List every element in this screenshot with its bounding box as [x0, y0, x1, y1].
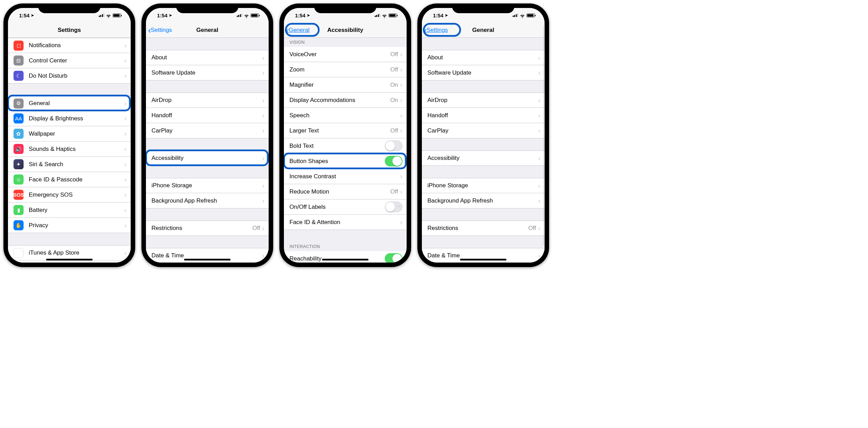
cell-background-app-refresh[interactable]: Background App Refresh› [422, 193, 545, 208]
back-button[interactable]: ‹Settings [146, 26, 172, 35]
cell-reduce-motion[interactable]: Reduce MotionOff› [284, 184, 407, 199]
home-indicator[interactable] [322, 259, 368, 260]
cell-handoff[interactable]: Handoff› [146, 108, 269, 123]
cell-carplay[interactable]: CarPlay› [146, 123, 269, 138]
status-time: 1:54 [433, 12, 443, 18]
cell-label: Zoom [289, 66, 390, 73]
back-button[interactable]: ‹Settings [422, 26, 448, 35]
content-area[interactable]: Vision VoiceOverOff› ZoomOff› MagnifierO… [284, 38, 407, 263]
cell-handoff[interactable]: Handoff› [422, 108, 545, 123]
cell-notifications[interactable]: ◻Notifications› [8, 38, 131, 53]
cell-software-update[interactable]: Software Update› [146, 65, 269, 80]
cell-on-off-labels[interactable]: On/Off Labels [284, 199, 407, 215]
cell-background-app-refresh[interactable]: Background App Refresh› [146, 193, 269, 208]
cell-siri-search[interactable]: ✦Siri & Search› [8, 157, 131, 172]
cell-label: About [427, 54, 538, 61]
cell-accessibility[interactable]: Accessibility› [422, 151, 545, 166]
cell-bold-text[interactable]: Bold Text [284, 138, 407, 154]
section-header: Interaction [284, 242, 407, 251]
home-indicator[interactable] [184, 259, 231, 260]
toggle-switch[interactable] [385, 156, 402, 166]
cell-zoom[interactable]: ZoomOff› [284, 62, 407, 77]
notch [176, 3, 238, 13]
chevron-icon: › [124, 100, 127, 108]
toggle-switch[interactable] [385, 202, 402, 212]
cell-magnifier[interactable]: MagnifierOn› [284, 77, 407, 93]
cell-restrictions[interactable]: RestrictionsOff› [422, 221, 545, 236]
back-button[interactable]: ‹General [284, 26, 310, 35]
cell-label: Larger Text [289, 127, 390, 134]
cell-detail: Off [252, 225, 260, 232]
cell-label: Handoff [151, 112, 262, 119]
cell-label: AirDrop [151, 97, 262, 104]
cell-iphone-storage[interactable]: iPhone Storage› [146, 178, 269, 193]
chevron-icon: › [262, 69, 264, 77]
cell-about[interactable]: About› [146, 50, 269, 65]
wifi-icon [382, 13, 387, 17]
cell-control-center[interactable]: ⊟Control Center› [8, 53, 131, 68]
ic-wall-icon: ✿ [14, 129, 24, 139]
cell-about[interactable]: About› [422, 50, 545, 65]
cell-larger-text[interactable]: Larger TextOff› [284, 123, 407, 138]
cell-speech[interactable]: Speech› [284, 108, 407, 123]
cell-wallet-apple-pay[interactable]: ▬Wallet & Apple Pay› [8, 260, 131, 263]
cell-face-id-passcode[interactable]: ☺Face ID & Passcode› [8, 172, 131, 187]
cell-face-id-attention[interactable]: Face ID & Attention› [284, 215, 407, 230]
content-area[interactable]: ◻Notifications› ⊟Control Center› ☾Do Not… [8, 38, 131, 263]
chevron-icon: › [262, 96, 264, 104]
cell-restrictions[interactable]: RestrictionsOff› [146, 221, 269, 236]
cell-airdrop[interactable]: AirDrop› [422, 93, 545, 108]
cell-voiceover[interactable]: VoiceOverOff› [284, 47, 407, 62]
chevron-icon: › [400, 50, 402, 58]
cell-general[interactable]: ⚙General› [8, 96, 131, 111]
cell-do-not-disturb[interactable]: ☾Do Not Disturb› [8, 68, 131, 84]
cell-detail: Off [390, 66, 398, 73]
cell-iphone-storage[interactable]: iPhone Storage› [422, 178, 545, 193]
chevron-icon: › [124, 191, 127, 199]
location-icon: ➤ [169, 13, 172, 18]
cell-label: Siri & Search [29, 161, 124, 168]
back-label: General [289, 27, 310, 34]
toggle-switch[interactable] [385, 253, 402, 263]
chevron-icon: › [538, 96, 540, 104]
cell-display-brightness[interactable]: AADisplay & Brightness› [8, 111, 131, 126]
notch [314, 3, 376, 13]
cell-wallpaper[interactable]: ✿Wallpaper› [8, 126, 131, 142]
cell-emergency-sos[interactable]: SOSEmergency SOS› [8, 187, 131, 203]
toggle-switch[interactable] [385, 140, 402, 151]
cell-privacy[interactable]: ✋Privacy› [8, 218, 131, 233]
cell-button-shapes[interactable]: Button Shapes [284, 154, 407, 169]
cell-reachability[interactable]: Reachability [284, 251, 407, 263]
cell-increase-contrast[interactable]: Increase Contrast› [284, 169, 407, 184]
chevron-icon: › [124, 145, 127, 153]
cell-display-accommodations[interactable]: Display AccommodationsOn› [284, 93, 407, 108]
chevron-icon: › [262, 154, 264, 162]
location-icon: ➤ [445, 13, 448, 18]
notch [452, 3, 514, 13]
cell-carplay[interactable]: CarPlay› [422, 123, 545, 138]
cell-accessibility[interactable]: Accessibility› [146, 151, 269, 166]
cell-battery[interactable]: ▮Battery› [8, 203, 131, 218]
cell-label: Control Center [29, 57, 124, 64]
chevron-icon: › [538, 197, 540, 205]
cell-label: Date & Time [151, 252, 262, 259]
cell-label: Button Shapes [289, 158, 385, 165]
ic-batt-icon: ▮ [14, 205, 24, 215]
home-indicator[interactable] [460, 259, 506, 260]
cell-detail: Off [528, 225, 536, 232]
ic-notif-icon: ◻ [14, 41, 24, 51]
cell-label: Accessibility [427, 155, 538, 162]
screen: 1:54➤ Settings ◻Notifications› ⊟Control … [8, 8, 131, 263]
wifi-icon [520, 13, 525, 17]
cell-label: Bold Text [289, 143, 385, 149]
cell-sounds-haptics[interactable]: 🔊Sounds & Haptics› [8, 142, 131, 157]
cell-software-update[interactable]: Software Update› [422, 65, 545, 80]
home-indicator[interactable] [46, 259, 93, 260]
scrollbar[interactable] [543, 38, 544, 245]
cell-airdrop[interactable]: AirDrop› [146, 93, 269, 108]
content-area[interactable]: About› Software Update› AirDrop› Handoff… [422, 38, 545, 263]
cell-label: Background App Refresh [427, 197, 538, 204]
cell-itunes-app-store[interactable]: AiTunes & App Store› [8, 245, 131, 260]
cell-label: Face ID & Attention [289, 219, 400, 226]
content-area[interactable]: About› Software Update› AirDrop› Handoff… [146, 38, 269, 263]
